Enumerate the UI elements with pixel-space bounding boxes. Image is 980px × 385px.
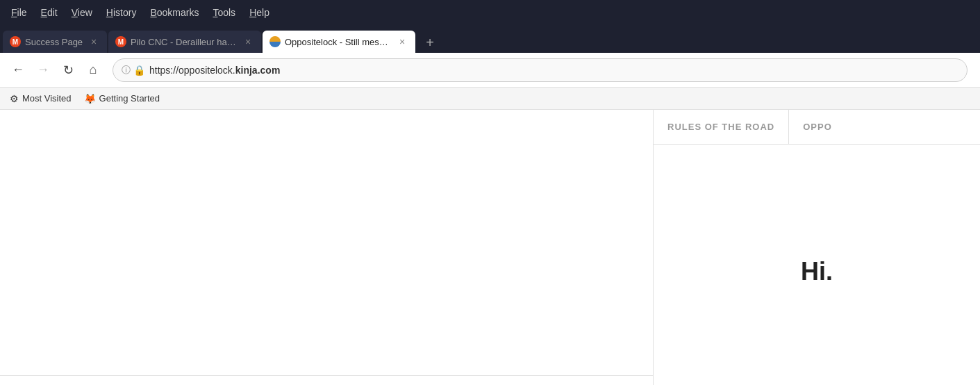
tab-success-page[interactable]: M Success Page × — [3, 31, 107, 53]
info-icon: ⓘ — [122, 64, 131, 76]
bookmark-most-visited-label: Most Visited — [22, 93, 72, 104]
address-icons: ⓘ 🔒 — [122, 64, 145, 76]
tab-oppositelock[interactable]: Oppositelock - Still messing wi × — [263, 31, 415, 53]
address-bar[interactable]: ⓘ 🔒 https://oppositelock.kinja.com — [113, 58, 967, 82]
url-domain: kinja.com — [235, 65, 281, 76]
menu-tools[interactable]: Tools — [207, 4, 241, 21]
url-protocol: https://oppositelock. — [149, 65, 235, 76]
tab-close-3[interactable]: × — [396, 35, 408, 48]
gear-icon: ⚙ — [10, 93, 19, 104]
menu-view[interactable]: View — [66, 4, 98, 21]
content-right: RULES OF THE ROAD OPPO Hi. — [654, 110, 980, 385]
menu-help[interactable]: Help — [244, 4, 275, 21]
bookmark-most-visited[interactable]: ⚙ Most Visited — [6, 92, 76, 106]
address-text: https://oppositelock.kinja.com — [149, 65, 958, 76]
menu-history[interactable]: History — [101, 4, 142, 21]
tab-close-2[interactable]: × — [242, 35, 254, 48]
menu-bookmarks[interactable]: Bookmarks — [144, 4, 204, 21]
nav-bar: ← → ↻ ⌂ ⓘ 🔒 https://oppositelock.kinja.c… — [0, 53, 980, 88]
content-left — [0, 110, 654, 385]
nav-rules-of-road[interactable]: RULES OF THE ROAD — [654, 110, 789, 144]
reload-button[interactable]: ↻ — [57, 59, 79, 81]
lock-icon: 🔒 — [133, 65, 145, 76]
content-area: RULES OF THE ROAD OPPO Hi. — [0, 110, 980, 385]
tab-favicon-3 — [269, 36, 281, 47]
menu-edit[interactable]: Edit — [35, 4, 63, 21]
new-tab-button[interactable]: + — [420, 32, 440, 53]
content-left-top — [0, 110, 653, 375]
tab-pilo-cnc[interactable]: M Pilo CNC - Derailleur hanger & × — [108, 31, 261, 53]
tab-label-1: Success Page — [25, 37, 83, 47]
tab-bar: M Success Page × M Pilo CNC - Derailleur… — [0, 25, 980, 53]
tab-close-1[interactable]: × — [88, 35, 100, 48]
site-nav-bar: RULES OF THE ROAD OPPO — [654, 110, 980, 145]
back-button[interactable]: ← — [7, 59, 29, 81]
home-button[interactable]: ⌂ — [82, 59, 104, 81]
menu-bar: File Edit View History Bookmarks Tools H… — [0, 0, 980, 25]
tab-label-3: Oppositelock - Still messing wi — [285, 37, 392, 47]
bookmark-getting-started-label: Getting Started — [99, 93, 160, 104]
main-heading: Hi. — [654, 145, 980, 385]
bookmark-getting-started[interactable]: 🦊 Getting Started — [80, 92, 164, 106]
firefox-icon: 🦊 — [84, 93, 96, 104]
tab-favicon-1: M — [10, 36, 21, 47]
bookmarks-bar: ⚙ Most Visited 🦊 Getting Started — [0, 88, 980, 110]
tab-label-2: Pilo CNC - Derailleur hanger & — [131, 37, 238, 47]
forward-button[interactable]: → — [32, 59, 54, 81]
menu-file[interactable]: File — [6, 4, 33, 21]
tab-favicon-2: M — [115, 36, 126, 47]
content-left-bottom — [0, 375, 653, 385]
nav-oppo[interactable]: OPPO — [789, 110, 846, 144]
